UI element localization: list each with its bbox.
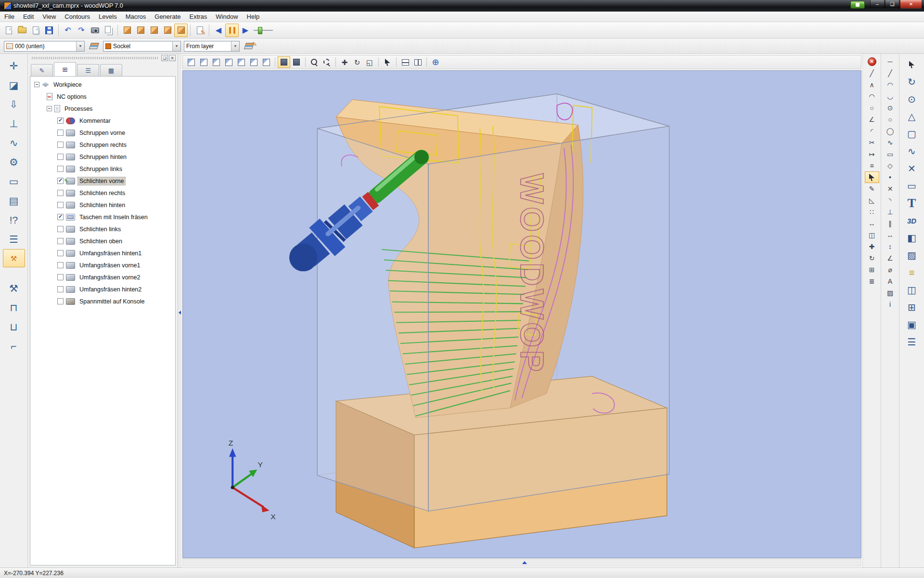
processes-row[interactable]: Processes [30,103,175,115]
chevron-down-icon[interactable]: ▼ [172,41,180,51]
trim-button[interactable]: ✂ [865,137,879,148]
clamp-button[interactable]: ⊓ [3,298,25,316]
process-label[interactable]: Schruppen vorne [78,129,127,137]
open-file-button[interactable] [15,24,29,37]
polygon-button[interactable]: ◇ [883,160,898,171]
array-button[interactable]: ⊞ [865,264,879,276]
arc-upper-button[interactable]: ◠ [883,79,898,91]
point-marker-button[interactable]: • [883,171,898,183]
draw-line-button[interactable]: ╱ [865,67,879,79]
zoom-in-button[interactable] [308,56,321,68]
mirror-tool-button[interactable]: ◫ [901,281,923,299]
surface-milling-button[interactable]: ◪ [3,76,25,94]
process-checkbox[interactable] [57,142,64,148]
panel-splitter[interactable] [178,54,181,567]
process-label[interactable]: Schruppen links [78,165,124,173]
process-row[interactable]: Schlichten hinten [30,199,175,211]
nc-options-row[interactable]: NC options [30,91,175,103]
contour-milling-button[interactable]: ✛ [3,56,25,75]
process-label[interactable]: Schlichten rechts [78,189,127,197]
components-tool-button[interactable]: ▣ [901,316,923,333]
process-label[interactable]: Umfangsfräsen vorne2 [78,274,141,281]
layer-list-button[interactable]: ≣ [865,276,879,287]
process-label[interactable]: Schlichten hinten [78,201,127,209]
chamfer-button[interactable]: ∠ [865,114,879,125]
process-row[interactable]: Schlichten vorne [30,175,175,187]
view-back-button[interactable] [197,56,210,68]
text-tool-button[interactable]: T [901,195,923,212]
draw-polyline-button[interactable]: ∧ [865,79,879,91]
line-angled-button[interactable]: ╱ [883,67,898,79]
tab-process-list[interactable]: ☰ [77,64,99,76]
process-checkbox[interactable] [57,130,64,136]
process-label[interactable]: Umfangsfräsen hinten1 [78,250,143,257]
menu-generate[interactable]: Generate [150,12,185,21]
ellipse-button[interactable]: ◯ [883,125,898,137]
move-button[interactable]: ✚ [865,241,879,252]
cross-marker-button[interactable]: ✕ [883,183,898,195]
copy-button[interactable] [102,24,115,37]
view-bottom-button[interactable] [247,56,260,68]
field-selector[interactable]: 000 (unten) ▼ [4,41,85,52]
console-clamp-button[interactable]: ⊔ [3,317,25,336]
variables-button[interactable]: ☰ [3,230,25,248]
menu-file[interactable]: File [0,12,19,21]
list-tool-button[interactable]: ☰ [901,333,923,351]
select-cursor-button[interactable] [381,56,394,68]
array-tool-button[interactable]: ⊞ [901,299,923,316]
process-checkbox[interactable] [57,226,64,232]
arc-lower-button[interactable]: ◡ [883,91,898,102]
process-label[interactable]: Umfangsfräsen vorne1 [78,262,141,269]
process-row[interactable]: Schlichten rechts [30,187,175,199]
dimension-vertical-button[interactable]: ↕ [883,241,898,252]
process-checkbox[interactable] [57,286,64,292]
maximize-button[interactable]: ❏ [885,0,899,9]
process-label[interactable]: Kommentar [78,117,112,125]
save-as-button[interactable] [29,24,42,37]
screenshot-button[interactable] [88,24,102,37]
tab-workpiece[interactable]: ▦ [100,64,122,76]
text-note-button[interactable]: A [883,276,898,287]
new-file-button[interactable] [2,24,15,37]
process-row[interactable]: Kommentar [30,115,175,127]
simulation-forward-button[interactable]: ▶ [239,24,252,37]
dimension-angle-button[interactable]: ∠ [883,252,898,264]
extend-button[interactable]: ↦ [865,148,879,160]
menu-macros[interactable]: Macros [121,12,151,21]
process-checkbox[interactable] [57,262,64,268]
rotate-button[interactable]: ↻ [865,252,879,264]
parallel-button[interactable]: ∥ [883,218,898,229]
panel-collapse-arrow-icon[interactable] [179,311,181,315]
viewport-3d-canvas[interactable]: WOODWOP [182,70,861,558]
world-view-button[interactable]: ⊕ [429,56,442,68]
process-checkbox[interactable] [57,274,64,280]
panel-restore-button[interactable]: ❏ [161,55,168,61]
perpendicular-button[interactable]: ⊥ [883,206,898,218]
close-panel-button[interactable] [865,56,879,67]
zoom-dynamic-button[interactable]: ◱ [363,56,376,68]
process-row[interactable]: Umfangsfräsen hinten2 [30,283,175,295]
hatch-tool-button[interactable]: ▨ [901,247,923,264]
process-label[interactable]: Schruppen rechts [78,141,128,149]
menu-edit[interactable]: Edit [19,12,38,21]
process-row[interactable]: Spannmittel auf Konsole [30,295,175,307]
nc-program-button[interactable]: ▤ [3,191,25,210]
process-row[interactable]: Schlichten links [30,223,175,235]
mirror-button[interactable]: ◫ [865,229,879,241]
process-label[interactable]: Schlichten oben [78,237,124,245]
split-horizontal-button[interactable] [399,56,411,68]
menu-contours[interactable]: Contours [60,12,94,21]
close-button[interactable]: ✕ [900,0,922,9]
process-row[interactable]: Taschen mit Inseln fräsen [30,211,175,223]
minimize-button[interactable]: – [870,0,885,9]
process-label[interactable]: Spannmittel auf Konsole [78,298,146,305]
process-label[interactable]: Umfangsfräsen hinten2 [78,286,143,293]
layers-tool-button[interactable]: ≡ [901,264,923,281]
view-isometric-button[interactable] [260,56,272,68]
pocket-button[interactable]: ▭ [3,172,25,190]
rotate-view-button[interactable]: ↻ [351,56,363,68]
extrude-tool-button[interactable]: ◧ [901,229,923,247]
splitter-arrow-icon[interactable] [522,561,527,564]
process-checkbox[interactable] [57,214,64,220]
curve-tool-button[interactable]: ∿ [901,143,923,160]
